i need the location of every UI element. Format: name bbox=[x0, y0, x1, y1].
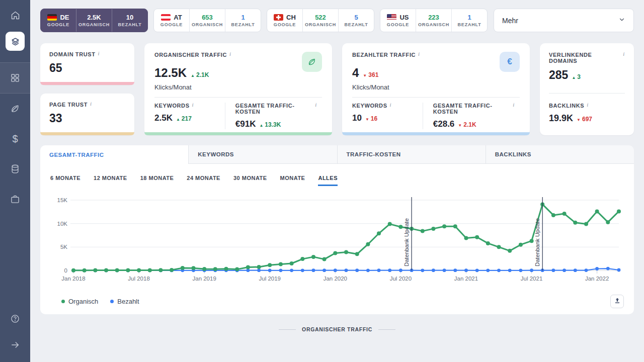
svg-text:0: 0 bbox=[64, 267, 67, 274]
info-icon[interactable]: i bbox=[229, 51, 231, 57]
linking-domains-card: VERLINKENDE DOMAINSi 285 ▲3 BACKLINKSi 1… bbox=[540, 43, 634, 135]
export-button[interactable] bbox=[610, 295, 624, 308]
page-trust-label: PAGE TRUST bbox=[49, 102, 88, 108]
dollar-icon: $ bbox=[12, 133, 18, 145]
leaf-icon bbox=[10, 104, 20, 114]
country-card-us[interactable]: US GOOGLE 223 ORGANISCH 1 BEZAHLT bbox=[380, 9, 488, 32]
layers-icon bbox=[6, 32, 25, 51]
briefcase-icon bbox=[10, 194, 20, 204]
info-icon[interactable]: i bbox=[98, 50, 100, 56]
engine-label: GOOGLE bbox=[47, 22, 69, 27]
sidebar-item-paid[interactable]: $ bbox=[0, 124, 30, 154]
flag-at-icon bbox=[161, 14, 171, 21]
country-card-ch[interactable]: CH GOOGLE 522 ORGANISCH 5 BEZAHLT bbox=[267, 9, 374, 32]
organic-count: 223 bbox=[428, 14, 439, 21]
country-selector-bar: DE GOOGLE 2.5K ORGANISCH 10 BEZAHLT AT G… bbox=[40, 9, 634, 32]
country-card-de[interactable]: DE GOOGLE 2.5K ORGANISCH 10 BEZAHLT bbox=[40, 9, 148, 32]
sidebar: $ bbox=[0, 0, 30, 362]
sidebar-item-data[interactable] bbox=[0, 154, 30, 184]
paid-label: BEZAHLT bbox=[345, 22, 368, 27]
tab-gesamt-traffic[interactable]: GESAMT-TRAFFIC bbox=[40, 145, 188, 164]
paid-label: BEZAHLT bbox=[118, 22, 142, 27]
next-section-divider: ORGANISCHER TRAFFIC bbox=[40, 326, 634, 332]
traffic-line-chart[interactable]: 05K10K15KJan 2018Jul 2018Jan 2019Jul 201… bbox=[50, 194, 624, 293]
range-18-monate[interactable]: 18 MONATE bbox=[140, 175, 174, 186]
down-triangle-icon: ▼ bbox=[363, 73, 367, 78]
range-12-monate[interactable]: 12 MONATE bbox=[94, 175, 127, 186]
sidebar-item-help[interactable] bbox=[0, 306, 30, 332]
svg-text:Jan 2018: Jan 2018 bbox=[61, 276, 85, 282]
green-dot-icon bbox=[61, 300, 65, 303]
range-24-monate[interactable]: 24 MONATE bbox=[187, 175, 220, 186]
sidebar-item-projects[interactable] bbox=[0, 184, 30, 214]
more-dropdown[interactable]: Mehr bbox=[494, 9, 634, 32]
paid-traffic-accent bbox=[342, 132, 530, 135]
legend-bezahlt[interactable]: Bezahlt bbox=[110, 298, 139, 305]
svg-text:10K: 10K bbox=[57, 221, 68, 227]
range-monate[interactable]: MONATE bbox=[280, 175, 305, 186]
traffic-cost-label: GESAMTE TRAFFIC-KOSTEN bbox=[235, 103, 313, 115]
tab-keywords[interactable]: KEYWORDS bbox=[188, 145, 337, 164]
tab-traffic-kosten[interactable]: TRAFFIC-KOSTEN bbox=[337, 145, 486, 164]
traffic-cost-value: €28.6 bbox=[433, 119, 455, 129]
country-code: US bbox=[399, 14, 409, 21]
export-icon bbox=[614, 297, 621, 306]
sidebar-item-home[interactable] bbox=[0, 2, 30, 28]
svg-text:Jul 2018: Jul 2018 bbox=[128, 276, 149, 282]
range-alles[interactable]: ALLES bbox=[318, 175, 338, 186]
organic-traffic-unit: Klicks/Monat bbox=[154, 83, 322, 91]
range-6-monate[interactable]: 6 MONATE bbox=[50, 175, 80, 186]
grid-icon bbox=[10, 73, 20, 83]
traffic-cost-delta: ▼2.1K bbox=[458, 121, 476, 128]
domain-trust-value: 65 bbox=[49, 61, 125, 75]
flag-de-icon bbox=[47, 14, 57, 21]
keywords-value: 2.5K bbox=[154, 113, 173, 123]
country-card-at[interactable]: AT GOOGLE 653 ORGANISCH 1 BEZAHLT bbox=[153, 9, 261, 32]
traffic-cost-value: €91K bbox=[235, 119, 256, 129]
more-label: Mehr bbox=[502, 17, 518, 25]
svg-text:Jul 2021: Jul 2021 bbox=[521, 276, 542, 282]
country-code: AT bbox=[174, 14, 182, 21]
kpi-row: DOMAIN TRUSTi 65 PAGE TRUSTi 33 ORGANISC… bbox=[40, 43, 634, 135]
info-icon[interactable]: i bbox=[513, 102, 515, 108]
traffic-cost-delta: ▲13.3K bbox=[259, 121, 281, 128]
svg-text:Datenbank Update: Datenbank Update bbox=[534, 218, 540, 266]
info-icon[interactable]: i bbox=[192, 102, 194, 108]
info-icon[interactable]: i bbox=[587, 102, 589, 108]
info-icon[interactable]: i bbox=[90, 101, 92, 107]
backlinks-delta: ▼697 bbox=[577, 116, 592, 123]
organic-label: ORGANISCH bbox=[418, 22, 449, 27]
main-content: DE GOOGLE 2.5K ORGANISCH 10 BEZAHLT AT G… bbox=[30, 0, 644, 332]
organic-label: ORGANISCH bbox=[78, 22, 110, 27]
linking-domains-delta: ▲3 bbox=[572, 73, 581, 80]
organic-label: ORGANISCH bbox=[192, 22, 223, 27]
sidebar-item-dashboard[interactable] bbox=[0, 63, 30, 93]
range-30-monate[interactable]: 30 MONATE bbox=[233, 175, 267, 186]
svg-text:Datenbank Update: Datenbank Update bbox=[404, 218, 410, 266]
paid-traffic-value: 4 bbox=[352, 66, 359, 80]
sidebar-item-rankings-active[interactable] bbox=[0, 28, 30, 54]
organic-label: ORGANISCH bbox=[305, 22, 336, 27]
info-icon[interactable]: i bbox=[315, 102, 317, 108]
info-icon[interactable]: i bbox=[418, 51, 420, 57]
flag-us-icon bbox=[387, 14, 396, 21]
svg-text:Jul 2020: Jul 2020 bbox=[390, 276, 412, 282]
paid-count: 5 bbox=[354, 14, 358, 21]
tab-backlinks[interactable]: BACKLINKS bbox=[486, 145, 634, 164]
backlinks-value: 19.9K bbox=[549, 113, 573, 124]
sidebar-item-collapse[interactable] bbox=[0, 332, 30, 358]
svg-text:5K: 5K bbox=[60, 244, 67, 250]
keywords-value: 10 bbox=[352, 113, 362, 123]
sidebar-item-organic[interactable] bbox=[0, 94, 30, 124]
info-icon[interactable]: i bbox=[390, 102, 392, 108]
info-icon[interactable]: i bbox=[623, 51, 625, 57]
paid-count: 10 bbox=[126, 14, 133, 21]
help-icon bbox=[10, 314, 20, 324]
svg-text:Jan 2021: Jan 2021 bbox=[454, 276, 478, 282]
next-section-label: ORGANISCHER TRAFFIC bbox=[302, 326, 372, 332]
legend-organisch[interactable]: Organisch bbox=[61, 298, 98, 305]
organic-traffic-accent bbox=[144, 132, 332, 135]
paid-count: 1 bbox=[467, 14, 471, 21]
traffic-chart-card: 6 MONATE 12 MONATE 18 MONATE 24 MONATE 3… bbox=[40, 164, 634, 314]
engine-label: GOOGLE bbox=[274, 22, 296, 27]
